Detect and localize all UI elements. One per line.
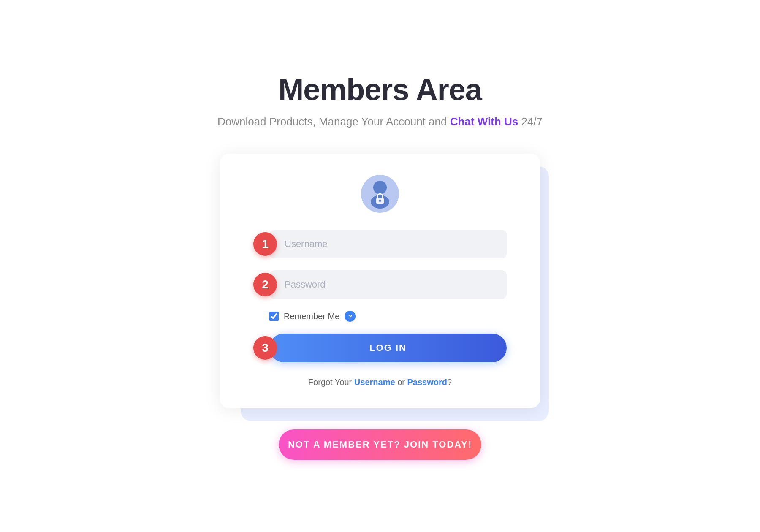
forgot-text-after: ? [447,377,452,387]
avatar-wrapper [253,175,507,213]
forgot-password-link[interactable]: Password [407,377,447,387]
subtitle-text-before: Download Products, Manage Your Account a… [217,115,447,128]
subtitle-247: 24/7 [521,115,543,128]
remember-me-row: Remember Me ? [253,311,507,322]
svg-point-0 [373,181,387,194]
svg-rect-4 [380,201,381,202]
page-wrapper: Members Area Download Products, Manage Y… [0,55,760,477]
forgot-text-middle: or [397,377,405,387]
join-today-button[interactable]: NOT A MEMBER YET? JOIN TODAY! [279,429,481,460]
help-icon[interactable]: ? [345,311,356,322]
password-input[interactable] [269,270,507,299]
forgot-row: Forgot Your Username or Password? [253,374,507,387]
login-card: 1 2 Remember Me ? 3 LOG IN Forgot You [220,154,540,408]
remember-me-label: Remember Me [284,312,339,321]
login-card-wrapper: 1 2 Remember Me ? 3 LOG IN Forgot You [220,154,540,408]
avatar [361,175,399,213]
login-button[interactable]: LOG IN [269,334,507,362]
step-1-badge: 1 [253,232,277,256]
forgot-username-link[interactable]: Username [354,377,395,387]
login-row: 3 LOG IN [253,334,507,362]
user-lock-icon [361,175,399,213]
page-subtitle: Download Products, Manage Your Account a… [217,115,543,128]
remember-me-checkbox[interactable] [269,312,279,321]
password-row: 2 [253,270,507,299]
username-row: 1 [253,230,507,258]
username-input[interactable] [269,230,507,258]
page-title: Members Area [278,72,482,107]
step-2-badge: 2 [253,273,277,296]
step-3-badge: 3 [253,336,277,360]
chat-with-us-link[interactable]: Chat With Us [450,115,518,128]
forgot-text-before: Forgot Your [308,377,352,387]
